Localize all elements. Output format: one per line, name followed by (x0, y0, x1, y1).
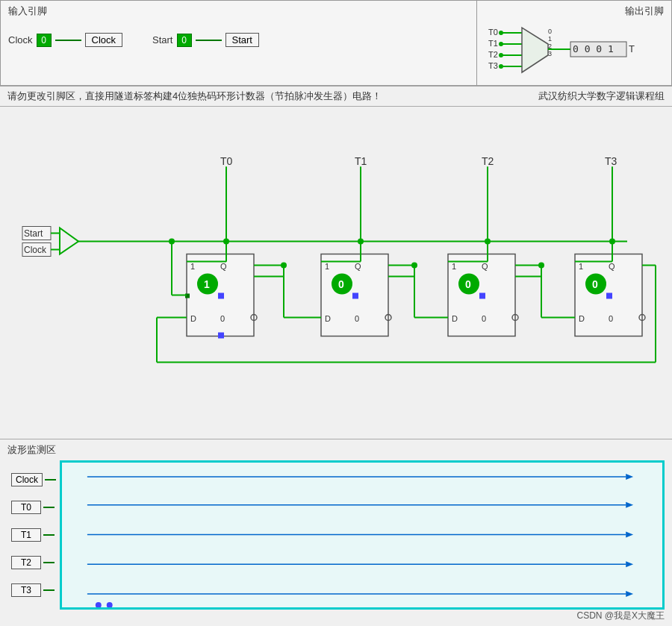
output-svg: T0 T1 T2 T3 0 0 0 1 (485, 22, 664, 81)
t3-wave-name: T3 (11, 583, 41, 597)
svg-text:0: 0 (482, 314, 486, 323)
svg-text:0: 0 (338, 278, 344, 290)
svg-point-4 (499, 31, 503, 35)
top-section: 输入引脚 Clock 0 Clock Start 0 Start 输出引脚 T0… (0, 0, 672, 86)
notice-bar: 请勿更改引脚区，直接用隧道标签构建4位独热码环形计数器（节拍脉冲发生器）电路！ … (0, 86, 672, 107)
svg-point-57 (358, 239, 364, 245)
wave-display (60, 460, 665, 610)
t0-col-label: T0 (220, 155, 233, 167)
svg-text:D: D (190, 314, 196, 323)
svg-marker-83 (626, 502, 633, 508)
clock-label: Clock (8, 34, 33, 46)
svg-marker-85 (626, 532, 633, 538)
start-name-box: Start (225, 33, 259, 47)
t0-out-label: T0 (488, 28, 498, 37)
svg-text:0: 0 (548, 28, 552, 35)
dff1-d-pin (218, 333, 224, 339)
start-wire (196, 40, 222, 41)
svg-text:0: 0 (609, 314, 613, 323)
t3-wave-row: T3 (11, 583, 56, 597)
svg-point-68 (281, 263, 287, 269)
dff2-clk-pin (352, 293, 358, 299)
svg-text:1: 1 (452, 262, 456, 271)
wave-container: Clock T0 T1 T2 T3 (7, 460, 665, 610)
circuit-section: T0 T1 T2 T3 Start Clock 1 (0, 107, 672, 439)
svg-text:D: D (452, 314, 458, 323)
svg-text:1: 1 (579, 262, 583, 271)
clock-wave-row: Clock (11, 473, 56, 486)
svg-text:1: 1 (325, 262, 329, 271)
main-container: 输入引脚 Clock 0 Clock Start 0 Start 输出引脚 T0… (0, 0, 672, 626)
svg-point-6 (499, 53, 503, 57)
t0-wave-name: T0 (11, 501, 41, 514)
svg-text:D: D (579, 314, 585, 323)
svg-text:1: 1 (190, 262, 195, 271)
output-pins-label: 输出引脚 (485, 4, 664, 18)
t1-out-label: T1 (488, 39, 498, 48)
dff1-clk-pin (218, 293, 224, 299)
t2-col-label: T2 (482, 155, 494, 167)
clock-value[interactable]: 0 (37, 34, 52, 47)
wave-section-label: 波形监测区 (0, 439, 672, 460)
t0-wave-connector (43, 507, 55, 508)
t3-col-label: T3 (605, 155, 617, 167)
wave-section: 波形监测区 Clock T0 T1 T2 (0, 439, 672, 626)
svg-text:D: D (325, 314, 331, 323)
svg-marker-87 (626, 561, 633, 567)
t1-col-label: T1 (355, 155, 367, 167)
notice-credit: 武汉纺织大学数字逻辑课程组 (538, 90, 665, 103)
svg-point-58 (485, 239, 491, 245)
clock-wire (55, 40, 81, 41)
t2-wave-connector (43, 562, 55, 563)
svg-text:3: 3 (548, 50, 552, 57)
clock-pin-row: Clock 0 Clock Start 0 Start (8, 33, 469, 47)
svg-text:0 0 0 1: 0 0 0 1 (573, 43, 614, 54)
t1-wave-name: T1 (11, 528, 41, 542)
footer-credit: CSDN @我是X大魔王 (576, 610, 665, 622)
start-input-label: Start (24, 228, 43, 239)
notice-text: 请勿更改引脚区，直接用隧道标签构建4位独热码环形计数器（节拍脉冲发生器）电路！ (7, 90, 382, 103)
dff3-clk-pin (479, 293, 485, 299)
svg-text:0: 0 (220, 314, 225, 323)
clock-wave-name: Clock (11, 473, 43, 486)
svg-text:Q: Q (355, 262, 361, 271)
wave-names: Clock T0 T1 T2 T3 (7, 460, 60, 610)
t0-wave-row: T0 (11, 501, 56, 514)
svg-marker-8 (522, 28, 548, 72)
svg-point-59 (609, 239, 615, 245)
svg-marker-89 (626, 591, 633, 597)
input-pins: 输入引脚 Clock 0 Clock Start 0 Start (1, 1, 477, 85)
svg-point-5 (499, 42, 503, 46)
clock-wave-connector (45, 479, 56, 481)
svg-point-90 (96, 602, 102, 607)
t1-wave-row: T1 (11, 528, 56, 542)
svg-text:0: 0 (465, 278, 471, 290)
input-pins-label: 输入引脚 (8, 4, 469, 18)
svg-text:1: 1 (204, 278, 210, 290)
svg-text:Q: Q (482, 262, 488, 271)
svg-text:Q: Q (609, 262, 615, 271)
svg-point-7 (499, 64, 503, 69)
clock-input-label: Clock (24, 245, 47, 255)
start-label: Start (152, 34, 172, 46)
start-value[interactable]: 0 (177, 34, 192, 47)
t3-out-label: T3 (488, 61, 498, 70)
clock-name-box: Clock (85, 33, 123, 47)
svg-text:0: 0 (355, 314, 359, 323)
t2-wave-row: T2 (11, 556, 56, 569)
t2-out-label: T2 (488, 50, 498, 59)
svg-point-72 (411, 263, 417, 269)
dff4-clk-pin (606, 293, 612, 299)
svg-point-91 (107, 602, 113, 607)
output-pins: 输出引脚 T0 T1 T2 T3 (477, 1, 671, 85)
t1-wave-connector (43, 534, 55, 536)
svg-point-76 (538, 263, 544, 269)
svg-text:0: 0 (592, 278, 598, 290)
t3-wave-connector (43, 589, 55, 591)
svg-point-79 (169, 239, 175, 245)
svg-text:1: 1 (548, 35, 552, 43)
svg-marker-81 (626, 474, 633, 480)
wave-svg (62, 463, 662, 607)
svg-text:Q: Q (220, 262, 227, 271)
t2-wave-name: T2 (11, 556, 41, 569)
